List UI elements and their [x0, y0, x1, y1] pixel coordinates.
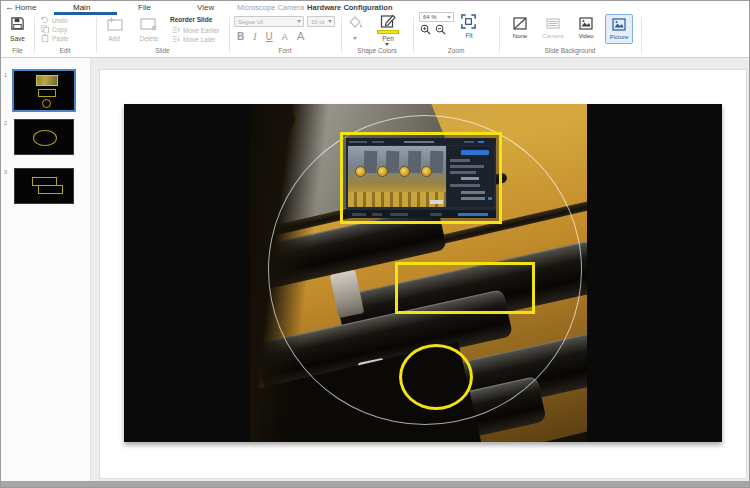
font-name-value: Segoe UI — [238, 19, 297, 25]
ellipse-annotation[interactable] — [399, 344, 473, 410]
tab-home[interactable]: Home — [15, 3, 36, 12]
italic-button[interactable]: I — [253, 31, 256, 42]
current-slide[interactable] — [99, 69, 747, 479]
background-camera-button[interactable]: Camera — [539, 14, 567, 44]
fill-color-icon[interactable] — [349, 16, 363, 29]
active-tab-underline — [54, 12, 117, 15]
copy-label: Copy — [52, 26, 67, 33]
inset-status-item — [372, 213, 382, 216]
inset-gold-pad — [399, 166, 410, 177]
thumb-rect-annotation — [38, 185, 63, 194]
inset-status-item — [458, 213, 488, 216]
status-bar — [1, 481, 750, 487]
paste-label: Paste — [52, 35, 69, 42]
pen-icon[interactable] — [380, 13, 396, 29]
save-button[interactable]: Save — [1, 35, 34, 42]
thumb-circle-annotation — [42, 99, 51, 108]
slide-group-label: Slide — [96, 47, 229, 54]
shrink-font-button[interactable]: A — [282, 32, 288, 42]
inset-toolbar-item — [372, 141, 384, 143]
zoom-in-icon[interactable] — [420, 24, 431, 35]
app-name: Microscope Camera — [237, 3, 304, 12]
zoom-level-value: 64 % — [423, 14, 447, 20]
inset-gold-pad — [421, 166, 432, 177]
inset-software-screenshot[interactable] — [346, 138, 496, 218]
inset-panel-row — [461, 177, 479, 180]
edit-group-label: Edit — [34, 47, 96, 54]
grow-font-button[interactable]: A — [297, 30, 305, 42]
inset-status-item — [430, 213, 442, 216]
fit-button[interactable]: Fit — [459, 32, 479, 39]
tab-main[interactable]: Main — [73, 3, 90, 12]
add-slide-button[interactable]: Add — [99, 35, 129, 42]
shape-colors-group-label: Shape Colors — [341, 47, 413, 54]
slide-background-group-label: Slide Background — [499, 47, 641, 54]
inset-status-item — [390, 213, 408, 216]
inset-statusbar — [346, 210, 496, 218]
save-icon[interactable] — [10, 16, 25, 31]
pen-color-swatch — [377, 30, 399, 34]
background-none-icon — [513, 17, 527, 30]
thumb-rect-annotation — [38, 89, 56, 97]
pen-button[interactable]: Pen — [377, 35, 399, 42]
inset-panel-row — [450, 184, 480, 187]
underline-button[interactable]: U — [266, 31, 273, 42]
slide-number: 1 — [4, 72, 7, 78]
copy-button[interactable]: Copy — [41, 25, 67, 33]
inset-panel-row — [450, 165, 484, 168]
fill-color-dropdown-icon[interactable] — [353, 37, 357, 40]
background-camera-label: Camera — [542, 33, 563, 39]
background-video-button[interactable]: Video — [572, 14, 600, 44]
paste-button[interactable]: Paste — [41, 34, 69, 42]
background-camera-icon — [546, 17, 560, 30]
delete-slide-button[interactable]: Delete — [134, 35, 164, 42]
move-later-button[interactable]: Move Later — [172, 35, 216, 43]
zoom-out-icon[interactable] — [435, 24, 446, 35]
fit-icon[interactable] — [460, 13, 477, 30]
slide-image[interactable] — [124, 104, 722, 442]
inset-annotation-frame[interactable] — [340, 132, 502, 224]
inset-panel-accent — [488, 197, 492, 200]
font-style-buttons: B I U A A — [237, 30, 337, 42]
slide-thumbnail-2[interactable] — [14, 119, 74, 155]
delete-slide-icon[interactable] — [139, 17, 158, 31]
background-picture-label: Picture — [610, 34, 629, 40]
slide-number: 3 — [4, 169, 7, 175]
background-none-button[interactable]: None — [506, 14, 534, 44]
bold-button[interactable]: B — [237, 31, 244, 42]
inset-blue-button — [461, 150, 489, 155]
font-size-select[interactable]: 10 pt — [307, 16, 335, 27]
inset-panel-row — [450, 171, 476, 174]
back-icon[interactable]: ← — [5, 2, 14, 12]
slide-thumbnail-3[interactable] — [14, 168, 74, 204]
window-title: Microscope CameraHardware Configuration — [237, 3, 393, 12]
move-earlier-icon — [172, 26, 180, 34]
font-name-select[interactable]: Segoe UI — [234, 16, 304, 27]
thumb-ellipse-annotation — [33, 130, 57, 146]
chevron-down-icon — [447, 16, 451, 19]
app-window: ← Home Main File View Microscope CameraH… — [0, 0, 750, 488]
rect-annotation[interactable] — [395, 262, 535, 314]
font-size-value: 10 pt — [311, 19, 328, 25]
zoom-level-select[interactable]: 64 % — [419, 12, 454, 22]
chevron-down-icon — [328, 20, 332, 23]
inset-settings-panel — [447, 146, 494, 207]
slide-thumbnail-1[interactable] — [12, 69, 76, 112]
slide-thumbnail-panel: 1 2 3 — [1, 58, 91, 484]
move-earlier-button[interactable]: Move Earlier — [172, 26, 219, 34]
undo-label: Undo — [52, 17, 68, 24]
add-slide-icon[interactable] — [105, 17, 124, 31]
tab-file[interactable]: File — [138, 3, 151, 12]
paste-icon — [41, 34, 49, 42]
tab-view[interactable]: View — [197, 3, 214, 12]
inset-panel-row — [461, 197, 485, 200]
undo-button[interactable]: Undo — [41, 16, 68, 24]
inset-status-item — [352, 213, 366, 216]
background-picture-button[interactable]: Picture — [605, 14, 633, 44]
pen-dropdown-icon[interactable] — [385, 43, 389, 46]
inset-panel-row — [461, 191, 485, 194]
slide-number: 2 — [4, 120, 7, 126]
background-video-label: Video — [578, 33, 593, 39]
inset-toolbar-item — [349, 141, 367, 143]
undo-icon — [41, 16, 49, 24]
